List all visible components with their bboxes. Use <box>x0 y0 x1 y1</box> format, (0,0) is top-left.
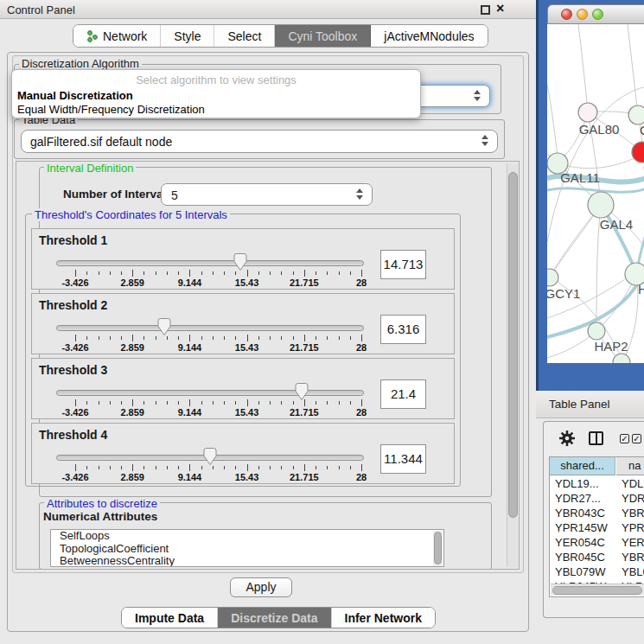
cell-shared-name[interactable]: YDR27... <box>555 492 601 505</box>
cell-name[interactable]: YDR2 <box>622 492 644 505</box>
attribute-item-topologicalcoefficient[interactable]: TopologicalCoefficient <box>51 543 443 556</box>
main-vertical-scrollbar[interactable] <box>507 163 518 567</box>
slider-tick <box>75 270 76 277</box>
settings-scroll-area: Interval Definition Number of Intervals … <box>16 161 520 570</box>
cell-name[interactable]: YER0 <box>622 536 644 549</box>
slider-tick <box>281 466 282 469</box>
column-header-na[interactable]: na <box>616 457 644 475</box>
network-view[interactable]: GAL80GACGAL11GAL4GCY1HHAP2 <box>547 24 644 363</box>
slider-track[interactable] <box>56 390 364 396</box>
dropdown-option-equal-width-frequency-discretization[interactable]: Equal Width/Frequency Discretization <box>17 103 205 116</box>
column-header-shared-[interactable]: shared... <box>550 457 615 475</box>
minimize-traffic-light-icon[interactable] <box>577 9 588 20</box>
slider-thumb[interactable] <box>156 317 172 336</box>
tab-select[interactable]: Select <box>214 25 275 47</box>
attribute-item-betweennesscentrality[interactable]: BetweennessCentrality <box>51 555 443 567</box>
tick-label: 2.859 <box>120 342 144 353</box>
slider-tick <box>270 466 271 469</box>
threshold-3-panel: Threshold 3-3.4262.8599.14415.4321.71528… <box>31 358 455 419</box>
table-row[interactable]: YER054CYER0 <box>550 535 644 550</box>
table-row[interactable]: YBL079WYBL0 <box>550 564 644 579</box>
table-row[interactable]: YPR145WYPR1 <box>550 520 644 535</box>
slider-track[interactable] <box>56 260 364 266</box>
close-icon[interactable]: × <box>496 1 504 16</box>
slider-tick <box>132 335 133 341</box>
columns-icon[interactable] <box>589 431 603 445</box>
table-row[interactable]: YBR045CYBR0 <box>550 550 644 564</box>
tab-label: Select <box>227 29 261 43</box>
threshold-value-field[interactable]: 14.713 <box>380 250 426 279</box>
slider-tick <box>201 466 202 469</box>
cell-shared-name[interactable]: YDL19... <box>555 477 599 490</box>
dropdown-option-manual-discretization[interactable]: Manual Discretization <box>17 89 133 102</box>
cell-name[interactable]: YBR0 <box>622 507 644 520</box>
slider-tick <box>99 336 99 340</box>
cell-shared-name[interactable]: YBR045C <box>555 551 605 564</box>
threshold-value-field[interactable]: 21.4 <box>380 379 426 409</box>
checkbox-icon[interactable]: ✓ <box>620 434 629 443</box>
slider-tick <box>201 271 202 275</box>
slider-thumb[interactable] <box>294 382 309 401</box>
slider-tick <box>143 466 144 469</box>
cell-name[interactable]: YPR1 <box>622 521 644 534</box>
apply-button[interactable]: Apply <box>230 577 292 597</box>
slider-tick <box>293 271 294 275</box>
table-data-combobox[interactable]: galFiltered.sif default node <box>21 130 498 153</box>
gear-icon[interactable] <box>559 430 575 446</box>
tick-label: 9.144 <box>178 472 202 482</box>
close-traffic-light-icon[interactable] <box>561 9 572 20</box>
node-attribute-table[interactable]: shared...naYDL19...YDL1YDR27...YDR2YBR04… <box>549 456 644 597</box>
tab-jactivemnodules[interactable]: jActiveMNodules <box>371 25 487 47</box>
slider-thumb[interactable] <box>202 447 218 466</box>
numerical-attributes-list[interactable]: SelfLoopsTopologicalCoefficientBetweenne… <box>50 529 444 567</box>
control-panel-titlebar: Control Panel × <box>0 0 536 19</box>
table-row[interactable]: YBR043CYBR0 <box>550 506 644 520</box>
attributes-scrollbar[interactable] <box>433 531 443 567</box>
slider-tick <box>189 464 190 471</box>
cell-name[interactable]: YBR0 <box>622 551 644 564</box>
slider-tick <box>213 401 214 405</box>
bottom-tab-infer-network[interactable]: Infer Network <box>332 608 435 628</box>
table-row[interactable]: YDL19...YDL1 <box>550 476 644 491</box>
slider-tick <box>178 466 179 469</box>
threshold-value-field[interactable]: 11.344 <box>380 444 426 474</box>
table-horizontal-scrollbar[interactable] <box>551 583 644 596</box>
number-of-intervals-spinner[interactable]: 5 <box>161 183 373 206</box>
slider-thumb[interactable] <box>233 252 248 271</box>
threshold-label: Threshold 1 <box>39 233 107 247</box>
slider-tick <box>110 401 111 405</box>
tick-label: 15.43 <box>235 277 259 288</box>
bottom-tab-impute-data[interactable]: Impute Data <box>122 608 218 628</box>
float-window-icon[interactable] <box>481 5 490 15</box>
cell-shared-name[interactable]: YPR145W <box>555 521 608 534</box>
cell-name[interactable]: YDL1 <box>622 477 644 490</box>
tab-network[interactable]: Network <box>73 25 161 47</box>
slider-tick <box>143 401 144 405</box>
slider-tick <box>247 399 248 406</box>
table-row[interactable]: YDR27...YDR2 <box>550 491 644 506</box>
threshold-2-panel: Threshold 2-3.4262.8599.14415.4321.71528… <box>31 293 455 354</box>
svg-text:GCY1: GCY1 <box>547 286 580 301</box>
slider-track[interactable] <box>56 325 364 331</box>
slider-tick <box>121 466 122 469</box>
slider-tick <box>258 271 259 275</box>
tab-cyni-toolbox[interactable]: Cyni Toolbox <box>275 25 371 47</box>
threshold-value-field[interactable]: 6.316 <box>380 315 426 344</box>
threshold-label: Threshold 3 <box>39 363 107 377</box>
cell-name[interactable]: YBL0 <box>622 565 644 578</box>
scrollbar-thumb[interactable] <box>508 172 518 518</box>
cell-shared-name[interactable]: YBL079W <box>555 565 606 578</box>
cell-shared-name[interactable]: YER054C <box>555 536 605 549</box>
checkbox-icon[interactable]: ✓ <box>632 434 641 443</box>
tab-style[interactable]: Style <box>161 25 214 47</box>
slider-tick <box>281 271 282 275</box>
network-window-titlebar[interactable] <box>547 4 644 24</box>
tick-label: -3.426 <box>61 407 88 418</box>
zoom-traffic-light-icon[interactable] <box>592 9 603 20</box>
bottom-tab-discretize-data[interactable]: Discretize Data <box>218 608 331 628</box>
threshold-1-panel: Threshold 1-3.4262.8599.14415.4321.71528… <box>31 228 455 290</box>
attribute-item-selfloops[interactable]: SelfLoops <box>51 530 443 543</box>
cell-shared-name[interactable]: YBR043C <box>555 507 605 520</box>
tab-strip: NetworkStyleSelectCyni ToolboxjActiveMNo… <box>73 24 488 48</box>
spinner-arrows-icon <box>356 188 364 200</box>
